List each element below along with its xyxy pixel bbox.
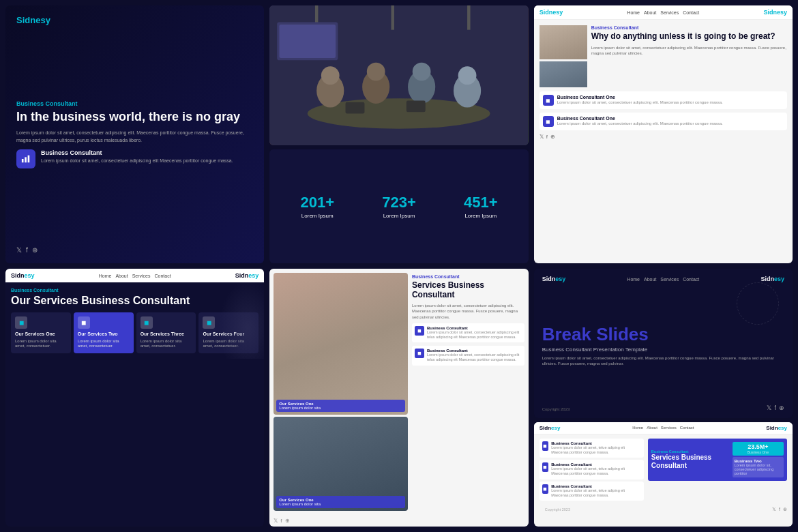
why-nav-links: Home About Services Contact	[627, 10, 699, 15]
break-social: 𝕏 f ⊕	[767, 404, 784, 411]
sss-body: ◼ Business Consultant Lorem ipsum dolor …	[534, 434, 793, 505]
sg-nav-contact[interactable]: Contact	[155, 274, 171, 278]
ssd-feature-2: ◼ Business Consultant Lorem ipsum dolor …	[412, 346, 524, 365]
svg-rect-0	[22, 159, 24, 162]
slide-photo	[269, 5, 528, 145]
sss-twitter-icon[interactable]: 𝕏	[772, 507, 776, 512]
ssd-img-main-badge: Our Services One Lorem ipsum dolor sita	[276, 400, 405, 412]
sg-card-1-desc: Lorem ipsum dolor sita amet, consectetue…	[15, 339, 67, 350]
ssd-top: Our Services One Lorem ipsum dolor sita …	[269, 269, 528, 515]
sg-card-2-title: Our Services Two	[78, 331, 130, 337]
meeting-photo	[269, 5, 528, 145]
why-instagram-icon[interactable]: ⊕	[550, 134, 555, 140]
ssd-img-main: Our Services One Lorem ipsum dolor sita	[274, 273, 408, 415]
sg-cards: ◼ Our Services One Lorem ipsum dolor sit…	[11, 312, 258, 353]
why-sub: Business Consultant	[591, 25, 787, 30]
break-nav-home[interactable]: Home	[627, 277, 640, 282]
sg-card-2-desc: Lorem ipsum dolor sita amet, consectetue…	[78, 339, 130, 350]
break-twitter-icon[interactable]: 𝕏	[767, 404, 771, 411]
sg-nav-home[interactable]: Home	[99, 274, 112, 278]
sg-card-3-desc: Lorem ipsum dolor sita amet, consectetue…	[141, 339, 192, 350]
hero-service-block: Business Consultant Lorem ipsum dolor si…	[16, 149, 253, 168]
sss-stat-badge: 23.5M+ Business One	[733, 442, 784, 456]
sss-nav-contact[interactable]: Contact	[680, 426, 694, 430]
sss-logo-right: Sidnesy	[766, 425, 787, 431]
why-feature-2: ◼ Business Consultant One Lorem ipsum do…	[540, 113, 787, 130]
sss-card-1-desc: Lorem ipsum dolor sit amet, telue adipin…	[551, 445, 641, 455]
why-feature-1-desc: Lorem ipsum dolor sit amet, consectetuer…	[557, 100, 723, 106]
ssd-content: Business Consultant Services Business Co…	[412, 269, 529, 515]
break-nav-contact[interactable]: Contact	[683, 277, 699, 282]
ssd-instagram-icon[interactable]: ⊕	[285, 518, 290, 524]
hero-sub-label: Business Consultant	[16, 100, 253, 107]
svg-point-15	[458, 66, 477, 85]
stat-2-number: 723+	[382, 194, 416, 211]
badge-desc-1: Lorem ipsum dolor sita	[279, 406, 402, 410]
svg-rect-5	[391, 5, 394, 30]
sss-extra-desc: Lorem ipsum dolor sit, consectetuer adip…	[735, 463, 782, 475]
sss-right-col: Business Consultant Services Business Co…	[648, 439, 787, 501]
ssd-title: Services Business Consultant	[412, 280, 524, 300]
facebook-icon[interactable]: f	[26, 246, 28, 254]
break-nav-services[interactable]: Services	[660, 277, 679, 282]
sg-card-1: ◼ Our Services One Lorem ipsum dolor sit…	[11, 312, 71, 353]
why-facebook-icon[interactable]: f	[546, 134, 548, 140]
sss-logo: Sidnesy	[540, 425, 561, 431]
sss-cards-col: ◼ Business Consultant Lorem ipsum dolor …	[540, 439, 644, 501]
nav-home[interactable]: Home	[627, 10, 640, 15]
break-desc: Lorem ipsum dolor sit amet, consectetuer…	[542, 355, 784, 367]
break-logo-right: Sidnesy	[760, 276, 784, 282]
sg-sub: Business Consultant	[11, 288, 258, 293]
sss-facebook-icon[interactable]: f	[779, 507, 780, 512]
why-feature-dot-1: ◼	[543, 95, 554, 106]
sg-card-4-title: Our Services Four	[203, 331, 254, 337]
sss-card-3-desc: Lorem ipsum dolor sit amet, telue adipin…	[551, 488, 641, 498]
ssd-twitter-icon[interactable]: 𝕏	[274, 518, 278, 524]
ssd-social: 𝕏 f ⊕	[269, 515, 528, 527]
sss-nav-about[interactable]: About	[647, 426, 657, 430]
ssd-facebook-icon[interactable]: f	[280, 518, 282, 524]
why-nav: Sidnesy Home About Services Contact Sidn…	[534, 5, 793, 20]
hero-body-text: Lorem ipsum dolor sit amet, consectetuer…	[16, 130, 253, 144]
ssd-ft-desc-1: Lorem ipsum dolor sit amet, consectetuer…	[427, 330, 522, 340]
sss-highlight: Business Consultant Services Business Co…	[648, 439, 787, 481]
ssd-desc: Lorem ipsum dolor sit amet, consectetuer…	[412, 303, 524, 320]
break-nav: Sidnesy Home About Services Contact Sidn…	[542, 276, 784, 282]
hero-service-icon	[16, 149, 35, 168]
sg-card-4: ◼ Our Services Four Lorem ipsum dolor si…	[198, 312, 258, 353]
nav-contact[interactable]: Contact	[683, 10, 699, 15]
stat-2-label: Lorem Ipsum	[382, 213, 416, 219]
sg-card-3-icon: ◼	[141, 316, 153, 329]
why-logo-right: Sidnesy	[763, 9, 787, 16]
why-twitter-icon[interactable]: 𝕏	[540, 134, 544, 140]
twitter-icon[interactable]: 𝕏	[16, 246, 22, 254]
sg-nav: Sidnesy Home About Services Contact Sidn…	[5, 269, 264, 282]
break-facebook-icon[interactable]: f	[774, 404, 776, 411]
sg-title: Our Services Business Consultant	[11, 294, 258, 307]
break-title-accent: Break	[542, 324, 591, 344]
stat-1: 201+ Lorem Ipsum	[300, 194, 334, 219]
sg-nav-about[interactable]: About	[115, 274, 128, 278]
sss-copyright: Copyright 2023	[540, 506, 576, 513]
break-copyright: Copyright 2023	[542, 407, 570, 411]
sg-nav-services[interactable]: Services	[132, 274, 151, 278]
nav-about[interactable]: About	[644, 10, 656, 15]
nav-services[interactable]: Services	[660, 10, 679, 15]
stat-3: 451+ Lorem Ipsum	[464, 194, 498, 219]
hero-headline: In the business world, there is no gray	[16, 110, 253, 125]
instagram-icon[interactable]: ⊕	[32, 246, 38, 254]
break-instagram-icon[interactable]: ⊕	[779, 404, 784, 411]
break-nav-about[interactable]: About	[644, 277, 656, 282]
hero-service-desc: Lorem ipsum dolor sit amet, consectetuer…	[41, 158, 233, 164]
sb-label: Business One	[736, 450, 780, 454]
sss-card-2: ◼ Business Consultant Lorem ipsum dolor …	[540, 460, 644, 479]
sss-extra-card: Business Two Lorem ipsum dolor sit, cons…	[733, 457, 784, 477]
sss-nav-services[interactable]: Services	[661, 426, 677, 430]
sss-instagram-icon[interactable]: ⊕	[783, 507, 787, 512]
break-nav-links: Home About Services Contact	[627, 277, 699, 282]
sss-nav-links: Home About Services Contact	[632, 426, 694, 430]
sg-logo: Sidnesy	[11, 272, 35, 279]
sss-card-2-icon: ◼	[542, 462, 549, 472]
ssd-images: Our Services One Lorem ipsum dolor sita …	[269, 269, 412, 515]
sss-nav-home[interactable]: Home	[632, 426, 643, 430]
